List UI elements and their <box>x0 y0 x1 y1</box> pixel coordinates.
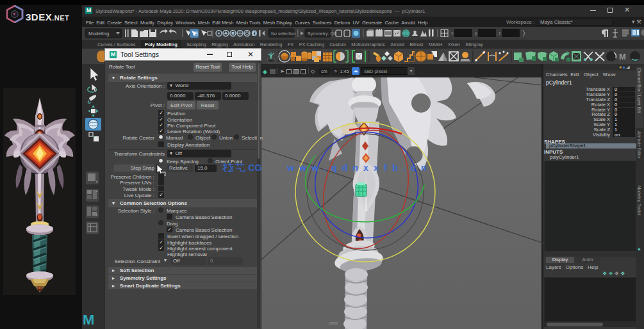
svg-text:y: y <box>475 31 477 36</box>
svg-text:M: M <box>619 52 626 61</box>
svg-text:26936: 26936 <box>329 321 338 325</box>
svg-text:z: z <box>499 31 501 35</box>
svg-text:Symmetry: Off: Symmetry: Off <box>308 31 336 36</box>
svg-text:CG: CG <box>248 163 262 173</box>
svg-text:No selection: No selection <box>271 31 296 36</box>
svg-text:Modeling: Modeling <box>88 31 109 36</box>
svg-text:x: x <box>451 31 454 35</box>
